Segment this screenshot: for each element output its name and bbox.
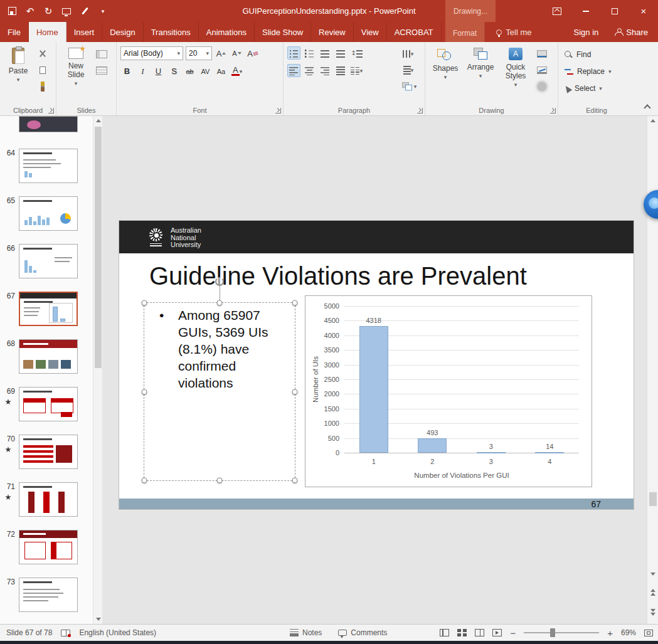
zoom-in-button[interactable]: + <box>607 628 613 638</box>
increase-indent-button[interactable] <box>334 46 348 60</box>
bullet-text[interactable]: Among 65907 GUIs, 5369 UIs (8.1%) have c… <box>178 307 286 391</box>
thumbnail-image[interactable] <box>19 387 78 421</box>
next-slide-button[interactable] <box>647 604 658 620</box>
scrollbar-thumb[interactable] <box>649 492 657 506</box>
resize-handle-ne[interactable] <box>292 300 298 306</box>
arrange-button[interactable]: Arrange ▾ <box>463 45 498 93</box>
tab-slide-show[interactable]: Slide Show <box>255 22 311 42</box>
thumbnail-image[interactable] <box>19 482 78 517</box>
layout-button[interactable] <box>95 48 109 60</box>
thumbnail-image[interactable] <box>19 116 78 132</box>
resize-handle-s[interactable] <box>217 478 223 483</box>
bullets-button[interactable] <box>287 46 300 60</box>
qat-customize-button[interactable]: ▾ <box>97 6 109 17</box>
format-painter-button[interactable] <box>36 80 50 93</box>
resize-handle-w[interactable] <box>142 389 147 394</box>
thumbnail-image[interactable] <box>19 244 78 278</box>
slide-thumbnail-72[interactable]: 72 <box>19 530 78 564</box>
line-spacing-button[interactable]: ↕ <box>350 46 363 60</box>
slide-editing-canvas[interactable]: Australian National University Guideline… <box>102 116 647 624</box>
font-color-button[interactable]: A ▾ <box>230 65 243 78</box>
tab-view[interactable]: View <box>354 22 387 42</box>
text-shadow-button[interactable]: S <box>167 65 181 78</box>
slideshow-view-button[interactable] <box>492 629 502 636</box>
content-textbox[interactable]: • Among 65907 GUIs, 5369 UIs (8.1%) have… <box>144 302 295 481</box>
chart-object[interactable]: 0500100015002000250030003500400045005000… <box>305 295 592 487</box>
collapse-ribbon-button[interactable] <box>644 104 650 111</box>
select-button[interactable]: Select ▾ <box>561 82 632 95</box>
shape-effects-button[interactable] <box>535 80 549 93</box>
new-slide-button[interactable]: New Slide ▾ <box>59 45 93 85</box>
redo-button[interactable]: ↻ <box>43 6 54 17</box>
share-button[interactable]: Share <box>615 28 648 37</box>
text-direction-button[interactable]: ▾ <box>397 48 420 60</box>
zoom-level[interactable]: 69% <box>621 628 636 637</box>
numbering-button[interactable] <box>303 46 316 60</box>
dialog-launcher-icon[interactable] <box>417 108 423 113</box>
dialog-launcher-icon[interactable] <box>48 108 54 113</box>
pen-button[interactable] <box>79 6 90 17</box>
tab-home[interactable]: Home <box>29 22 66 42</box>
thumbnail-image[interactable] <box>19 578 78 612</box>
cut-button[interactable] <box>36 48 50 60</box>
quick-styles-button[interactable]: A Quick Styles ▾ <box>498 45 533 93</box>
scroll-down-button[interactable] <box>93 615 103 624</box>
resize-handle-nw[interactable] <box>142 300 147 306</box>
tab-transitions[interactable]: Transitions <box>144 22 199 42</box>
thumbnail-image[interactable] <box>19 196 78 231</box>
slide-thumbnail-66[interactable]: 66 <box>19 244 78 278</box>
strikethrough-button[interactable]: ab <box>183 65 196 78</box>
slide-title[interactable]: Guideline Violations are Prevalent <box>149 262 527 290</box>
font-name-combo[interactable]: Arial (Body) ▾ <box>120 46 183 60</box>
resize-handle-se[interactable] <box>292 478 298 483</box>
columns-button[interactable]: ▾ <box>350 64 363 77</box>
slide-thumbnail-67[interactable]: 67 <box>19 292 78 326</box>
justify-button[interactable] <box>334 64 348 77</box>
slide-sorter-view-button[interactable] <box>457 629 467 636</box>
undo-button[interactable]: ↶ <box>24 6 36 17</box>
minimize-button[interactable] <box>571 0 600 22</box>
slide-thumbnail-73[interactable]: 73 <box>19 578 78 612</box>
zoom-slider[interactable] <box>524 632 599 633</box>
tab-insert[interactable]: Insert <box>66 22 103 42</box>
tab-acrobat[interactable]: ACROBAT <box>387 22 442 42</box>
tab-file[interactable]: File <box>0 22 29 42</box>
slide-thumbnail-71[interactable]: 71 <box>19 482 78 517</box>
shapes-button[interactable]: Shapes ▾ <box>428 45 463 93</box>
underline-button[interactable]: U <box>152 65 165 78</box>
italic-button[interactable]: I <box>136 65 149 78</box>
tab-review[interactable]: Review <box>311 22 354 42</box>
tell-me-box[interactable]: Tell me <box>489 28 539 37</box>
grow-font-button[interactable]: A <box>215 47 228 60</box>
slide-header-band[interactable]: Australian National University <box>119 221 634 253</box>
dialog-launcher-icon[interactable] <box>550 108 556 113</box>
shrink-font-button[interactable]: A <box>230 47 243 60</box>
copy-button[interactable] <box>36 64 50 77</box>
tab-animations[interactable]: Animations <box>199 22 255 42</box>
find-button[interactable]: Find <box>561 48 632 61</box>
shape-fill-button[interactable] <box>535 48 549 60</box>
maximize-button[interactable] <box>600 0 629 22</box>
slide-thumbnail-65[interactable]: 65 <box>19 196 78 231</box>
normal-view-button[interactable] <box>440 629 449 636</box>
character-spacing-button[interactable]: AV <box>199 65 212 78</box>
font-size-combo[interactable]: 20 ▾ <box>186 46 212 60</box>
fit-to-window-button[interactable] <box>644 630 653 636</box>
thumbnail-scrollbar[interactable] <box>93 116 102 624</box>
scroll-up-button[interactable] <box>647 116 658 125</box>
save-button[interactable] <box>6 6 18 17</box>
rotation-handle[interactable] <box>215 277 224 286</box>
tab-format[interactable]: Format <box>445 22 485 44</box>
resize-handle-n[interactable] <box>217 300 223 306</box>
resize-handle-sw[interactable] <box>142 478 147 483</box>
language-indicator[interactable]: English (United States) <box>79 628 156 637</box>
ribbon-display-options-button[interactable] <box>543 0 571 22</box>
resize-handle-e[interactable] <box>292 389 298 394</box>
slide-thumbnail-70[interactable]: 70 <box>19 435 78 469</box>
align-text-button[interactable]: ▾ <box>397 64 420 77</box>
clear-formatting-button[interactable]: A <box>246 47 259 60</box>
align-center-button[interactable] <box>303 64 316 77</box>
reading-view-button[interactable] <box>475 629 484 636</box>
notes-button[interactable]: Notes <box>290 628 322 637</box>
dialog-launcher-icon[interactable] <box>275 108 281 113</box>
